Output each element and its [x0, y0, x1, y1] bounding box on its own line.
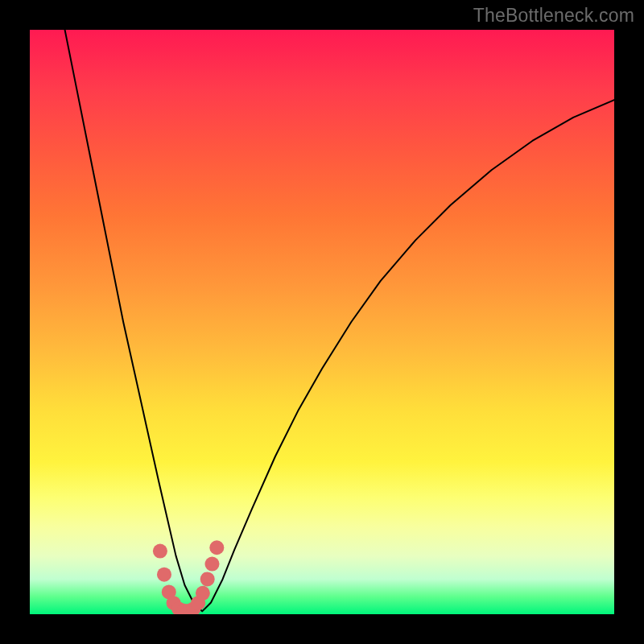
marker-dot [200, 572, 215, 586]
marker-dot [157, 568, 171, 582]
marker-dot [153, 544, 167, 559]
bottleneck-curve [65, 30, 614, 611]
optimum-marker [153, 540, 224, 614]
marker-dot [205, 557, 220, 572]
chart-frame: TheBottleneck.com [0, 0, 644, 644]
watermark-text: TheBottleneck.com [473, 5, 634, 27]
curve-svg [30, 30, 614, 614]
marker-dot [209, 540, 224, 555]
plot-area [30, 30, 614, 614]
marker-dot [196, 586, 210, 601]
